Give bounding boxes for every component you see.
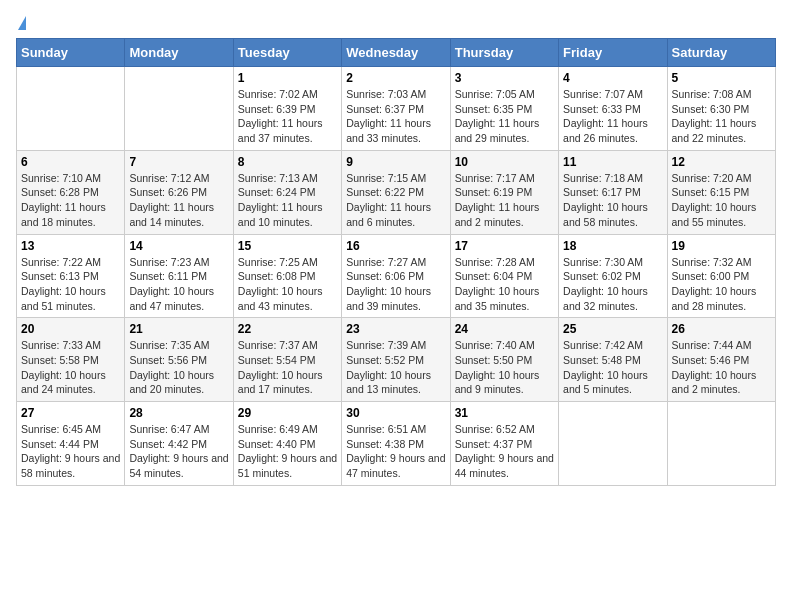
page-header [16, 16, 776, 30]
day-info: Sunrise: 6:51 AM Sunset: 4:38 PM Dayligh… [346, 422, 445, 481]
calendar-cell: 12Sunrise: 7:20 AM Sunset: 6:15 PM Dayli… [667, 150, 775, 234]
day-info: Sunrise: 7:35 AM Sunset: 5:56 PM Dayligh… [129, 338, 228, 397]
day-number: 27 [21, 406, 120, 420]
day-info: Sunrise: 7:27 AM Sunset: 6:06 PM Dayligh… [346, 255, 445, 314]
calendar-cell: 22Sunrise: 7:37 AM Sunset: 5:54 PM Dayli… [233, 318, 341, 402]
day-info: Sunrise: 6:47 AM Sunset: 4:42 PM Dayligh… [129, 422, 228, 481]
logo [16, 16, 26, 30]
day-info: Sunrise: 7:18 AM Sunset: 6:17 PM Dayligh… [563, 171, 662, 230]
day-number: 6 [21, 155, 120, 169]
day-number: 24 [455, 322, 554, 336]
day-info: Sunrise: 7:32 AM Sunset: 6:00 PM Dayligh… [672, 255, 771, 314]
day-info: Sunrise: 6:45 AM Sunset: 4:44 PM Dayligh… [21, 422, 120, 481]
day-number: 7 [129, 155, 228, 169]
logo-triangle-icon [18, 16, 26, 30]
calendar-cell: 6Sunrise: 7:10 AM Sunset: 6:28 PM Daylig… [17, 150, 125, 234]
day-number: 13 [21, 239, 120, 253]
calendar-cell: 8Sunrise: 7:13 AM Sunset: 6:24 PM Daylig… [233, 150, 341, 234]
day-number: 30 [346, 406, 445, 420]
day-number: 3 [455, 71, 554, 85]
day-info: Sunrise: 7:30 AM Sunset: 6:02 PM Dayligh… [563, 255, 662, 314]
weekday-header-saturday: Saturday [667, 39, 775, 67]
day-number: 18 [563, 239, 662, 253]
calendar-cell: 27Sunrise: 6:45 AM Sunset: 4:44 PM Dayli… [17, 402, 125, 486]
calendar-cell: 18Sunrise: 7:30 AM Sunset: 6:02 PM Dayli… [559, 234, 667, 318]
calendar-cell: 1Sunrise: 7:02 AM Sunset: 6:39 PM Daylig… [233, 67, 341, 151]
calendar-cell [17, 67, 125, 151]
calendar-cell: 10Sunrise: 7:17 AM Sunset: 6:19 PM Dayli… [450, 150, 558, 234]
day-info: Sunrise: 7:05 AM Sunset: 6:35 PM Dayligh… [455, 87, 554, 146]
day-number: 5 [672, 71, 771, 85]
day-number: 14 [129, 239, 228, 253]
weekday-header-tuesday: Tuesday [233, 39, 341, 67]
day-number: 25 [563, 322, 662, 336]
day-number: 10 [455, 155, 554, 169]
calendar-cell [667, 402, 775, 486]
calendar-cell: 13Sunrise: 7:22 AM Sunset: 6:13 PM Dayli… [17, 234, 125, 318]
day-number: 11 [563, 155, 662, 169]
calendar-week-row: 1Sunrise: 7:02 AM Sunset: 6:39 PM Daylig… [17, 67, 776, 151]
calendar-week-row: 13Sunrise: 7:22 AM Sunset: 6:13 PM Dayli… [17, 234, 776, 318]
calendar-table: SundayMondayTuesdayWednesdayThursdayFrid… [16, 38, 776, 486]
calendar-cell: 20Sunrise: 7:33 AM Sunset: 5:58 PM Dayli… [17, 318, 125, 402]
calendar-header-row: SundayMondayTuesdayWednesdayThursdayFrid… [17, 39, 776, 67]
calendar-cell: 7Sunrise: 7:12 AM Sunset: 6:26 PM Daylig… [125, 150, 233, 234]
calendar-cell: 23Sunrise: 7:39 AM Sunset: 5:52 PM Dayli… [342, 318, 450, 402]
day-info: Sunrise: 7:44 AM Sunset: 5:46 PM Dayligh… [672, 338, 771, 397]
calendar-cell: 25Sunrise: 7:42 AM Sunset: 5:48 PM Dayli… [559, 318, 667, 402]
weekday-header-wednesday: Wednesday [342, 39, 450, 67]
calendar-cell [559, 402, 667, 486]
calendar-cell: 2Sunrise: 7:03 AM Sunset: 6:37 PM Daylig… [342, 67, 450, 151]
day-info: Sunrise: 7:25 AM Sunset: 6:08 PM Dayligh… [238, 255, 337, 314]
calendar-cell: 17Sunrise: 7:28 AM Sunset: 6:04 PM Dayli… [450, 234, 558, 318]
day-info: Sunrise: 7:40 AM Sunset: 5:50 PM Dayligh… [455, 338, 554, 397]
calendar-week-row: 20Sunrise: 7:33 AM Sunset: 5:58 PM Dayli… [17, 318, 776, 402]
calendar-cell: 31Sunrise: 6:52 AM Sunset: 4:37 PM Dayli… [450, 402, 558, 486]
day-number: 16 [346, 239, 445, 253]
day-info: Sunrise: 7:03 AM Sunset: 6:37 PM Dayligh… [346, 87, 445, 146]
day-info: Sunrise: 7:02 AM Sunset: 6:39 PM Dayligh… [238, 87, 337, 146]
day-info: Sunrise: 7:20 AM Sunset: 6:15 PM Dayligh… [672, 171, 771, 230]
day-info: Sunrise: 7:22 AM Sunset: 6:13 PM Dayligh… [21, 255, 120, 314]
day-info: Sunrise: 7:12 AM Sunset: 6:26 PM Dayligh… [129, 171, 228, 230]
calendar-cell: 28Sunrise: 6:47 AM Sunset: 4:42 PM Dayli… [125, 402, 233, 486]
day-info: Sunrise: 7:08 AM Sunset: 6:30 PM Dayligh… [672, 87, 771, 146]
day-number: 21 [129, 322, 228, 336]
day-number: 2 [346, 71, 445, 85]
day-number: 12 [672, 155, 771, 169]
day-info: Sunrise: 7:33 AM Sunset: 5:58 PM Dayligh… [21, 338, 120, 397]
calendar-cell: 21Sunrise: 7:35 AM Sunset: 5:56 PM Dayli… [125, 318, 233, 402]
calendar-cell [125, 67, 233, 151]
calendar-cell: 5Sunrise: 7:08 AM Sunset: 6:30 PM Daylig… [667, 67, 775, 151]
day-number: 31 [455, 406, 554, 420]
day-info: Sunrise: 6:52 AM Sunset: 4:37 PM Dayligh… [455, 422, 554, 481]
calendar-cell: 24Sunrise: 7:40 AM Sunset: 5:50 PM Dayli… [450, 318, 558, 402]
day-number: 1 [238, 71, 337, 85]
weekday-header-monday: Monday [125, 39, 233, 67]
calendar-cell: 29Sunrise: 6:49 AM Sunset: 4:40 PM Dayli… [233, 402, 341, 486]
day-number: 17 [455, 239, 554, 253]
day-number: 19 [672, 239, 771, 253]
calendar-cell: 4Sunrise: 7:07 AM Sunset: 6:33 PM Daylig… [559, 67, 667, 151]
day-info: Sunrise: 7:13 AM Sunset: 6:24 PM Dayligh… [238, 171, 337, 230]
day-info: Sunrise: 7:15 AM Sunset: 6:22 PM Dayligh… [346, 171, 445, 230]
calendar-cell: 15Sunrise: 7:25 AM Sunset: 6:08 PM Dayli… [233, 234, 341, 318]
calendar-cell: 14Sunrise: 7:23 AM Sunset: 6:11 PM Dayli… [125, 234, 233, 318]
day-number: 29 [238, 406, 337, 420]
calendar-cell: 30Sunrise: 6:51 AM Sunset: 4:38 PM Dayli… [342, 402, 450, 486]
day-info: Sunrise: 7:23 AM Sunset: 6:11 PM Dayligh… [129, 255, 228, 314]
weekday-header-thursday: Thursday [450, 39, 558, 67]
day-info: Sunrise: 7:17 AM Sunset: 6:19 PM Dayligh… [455, 171, 554, 230]
day-number: 26 [672, 322, 771, 336]
calendar-cell: 3Sunrise: 7:05 AM Sunset: 6:35 PM Daylig… [450, 67, 558, 151]
calendar-cell: 9Sunrise: 7:15 AM Sunset: 6:22 PM Daylig… [342, 150, 450, 234]
day-number: 8 [238, 155, 337, 169]
calendar-cell: 11Sunrise: 7:18 AM Sunset: 6:17 PM Dayli… [559, 150, 667, 234]
calendar-week-row: 27Sunrise: 6:45 AM Sunset: 4:44 PM Dayli… [17, 402, 776, 486]
calendar-cell: 26Sunrise: 7:44 AM Sunset: 5:46 PM Dayli… [667, 318, 775, 402]
calendar-week-row: 6Sunrise: 7:10 AM Sunset: 6:28 PM Daylig… [17, 150, 776, 234]
day-info: Sunrise: 7:07 AM Sunset: 6:33 PM Dayligh… [563, 87, 662, 146]
calendar-cell: 19Sunrise: 7:32 AM Sunset: 6:00 PM Dayli… [667, 234, 775, 318]
day-info: Sunrise: 6:49 AM Sunset: 4:40 PM Dayligh… [238, 422, 337, 481]
day-number: 9 [346, 155, 445, 169]
